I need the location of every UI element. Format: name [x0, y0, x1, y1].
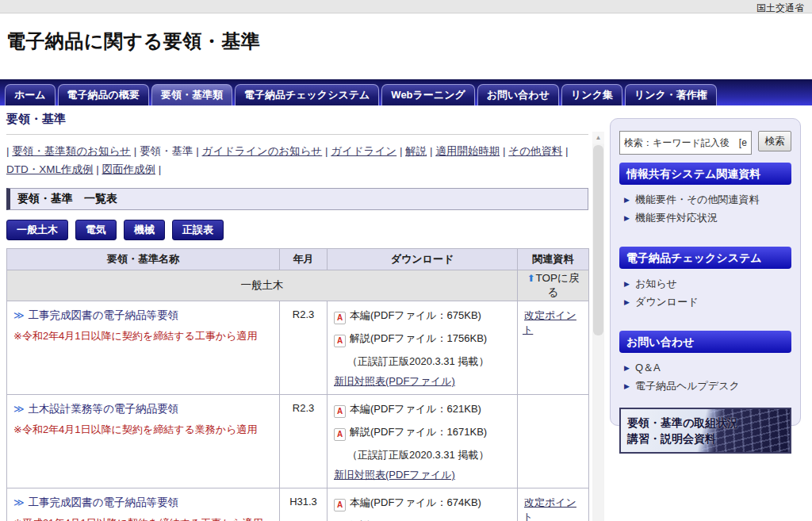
tab-overview[interactable]: 電子納品の概要 [58, 84, 149, 105]
standard-title-link[interactable]: ≫工事完成図書の電子納品等要領 [13, 308, 274, 323]
standard-title-link[interactable]: ≫工事完成図書の電子納品等要領 [13, 496, 274, 510]
sidebar-spacer [619, 312, 791, 323]
quicklink-commentary[interactable]: 解説 [405, 145, 435, 157]
revision-points-link[interactable]: 改定ポイント [523, 496, 576, 521]
quicklink-guideline[interactable]: ガイドライン [331, 145, 405, 157]
download-main-label: 本編(PDFファイル：674KB) [350, 496, 481, 508]
standard-title: 工事完成図書の電子納品等要領 [29, 309, 178, 321]
quicklink-label: 要領・基準類のお知らせ [12, 145, 131, 157]
sidebar-link-functional-requirements[interactable]: ▶機能要件・その他関連資料 [619, 191, 791, 209]
search-button[interactable]: 検索 [758, 131, 791, 151]
main-content: 要領・基準 要領・基準類のお知らせ要領・基準ガイドラインのお知らせガイドライン解… [0, 105, 591, 521]
sidebar-spacer [619, 228, 791, 239]
application-note: ※平成31年4月1日以降に契約を締結する工事から適用 [13, 516, 274, 521]
download-guide-label: 解説(PDFファイル：1756KB) [350, 332, 487, 344]
banner-line1: 要領・基準の取組状況 [627, 415, 738, 431]
filter-buttons: 一般土木 電気 機械 正誤表 [6, 220, 584, 240]
sidebar-link-helpdesk[interactable]: ▶電子納品ヘルプデスク [619, 377, 791, 396]
download-main-label: 本編(PDFファイル：621KB) [350, 403, 481, 415]
quicklink-dtd-xml[interactable]: DTD・XML作成例 [6, 163, 102, 175]
scrollbar-up-arrow[interactable]: ▲ [592, 132, 604, 144]
tab-contact[interactable]: お問い合わせ [477, 84, 559, 105]
tab-home[interactable]: ホーム [5, 84, 56, 105]
standard-title-link[interactable]: ≫土木設計業務等の電子納品要領 [13, 402, 274, 416]
tab-web-learning[interactable]: Webラーニング [381, 84, 474, 105]
col-header-name: 要領・基準名称 [7, 249, 280, 270]
sidebar-link-requirement-status[interactable]: ▶機能要件対応状況 [619, 209, 791, 228]
table-row: ≫工事完成図書の電子納品等要領 ※令和2年4月1日以降に契約を締結する工事から適… [7, 301, 589, 395]
content-scrollbar[interactable]: ▲ [592, 132, 604, 521]
sidebar-link-news[interactable]: ▶お知らせ [619, 275, 791, 293]
tab-links[interactable]: リンク集 [561, 84, 622, 105]
quicklink-start-period[interactable]: 適用開始時期 [435, 145, 508, 157]
quicklink-standards-news[interactable]: 要領・基準類のお知らせ [12, 145, 140, 157]
list-table-title: 要領・基準 一覧表 [6, 188, 588, 210]
group-label: 一般土木 [7, 270, 518, 301]
standards-table: 要領・基準名称 年月 ダウンロード 関連資料 一般土木 ⬆TOPに戻る ≫工事完… [6, 248, 589, 521]
chevron-marker-icon: ≫ [13, 496, 25, 508]
download-main-link[interactable]: A本編(PDFファイル：621KB) [334, 402, 511, 418]
back-to-top-label: TOPに戻る [536, 272, 580, 298]
quicklink-label: DTD・XML作成例 [6, 163, 94, 175]
arrow-right-icon: ▶ [624, 196, 630, 204]
arrow-right-icon: ▶ [624, 280, 630, 288]
search-input[interactable] [619, 131, 752, 155]
tab-check-system[interactable]: 電子納品チェックシステム [235, 84, 379, 105]
sidebar-link-label: ダウンロード [635, 296, 699, 308]
page-title: 電子納品に関する要領・基準 [6, 29, 260, 54]
comparison-table-link[interactable]: 新旧対照表(PDFファイル) [334, 468, 511, 482]
agency-link[interactable]: 国土交通省 [756, 2, 804, 15]
pdf-icon: A [334, 335, 346, 347]
chevron-marker-icon: ≫ [13, 403, 25, 415]
download-main-link[interactable]: A本編(PDFファイル：674KB) [334, 496, 511, 511]
sidebar-section-contact: お問い合わせ [619, 331, 791, 353]
sidebar-section-info-sharing: 情報共有システム関連資料 [619, 163, 791, 185]
pdf-icon: A [334, 428, 346, 441]
arrow-right-icon: ▶ [624, 382, 630, 390]
download-guide-link[interactable]: A解説(PDFファイル：1756KB) [334, 331, 511, 347]
table-row: ≫工事完成図書の電子納品等要領 ※平成31年4月1日以降に契約を締結する工事から… [7, 488, 589, 521]
sidebar-link-label: 機能要件・その他関連資料 [635, 193, 760, 205]
filter-electric-button[interactable]: 電気 [75, 220, 117, 240]
sidebar-link-label: Q＆A [635, 362, 661, 374]
sidebar-link-qa[interactable]: ▶Q＆A [619, 359, 791, 377]
sidebar-link-label: 電子納品ヘルプデスク [635, 380, 740, 392]
filter-errata-button[interactable]: 正誤表 [172, 220, 224, 240]
download-guide-label: 解説(PDFファイル：1671KB) [350, 426, 487, 438]
banner-line2: 講習・説明会資料 [627, 431, 738, 446]
seminar-materials-banner[interactable]: 要領・基準の取組状況 講習・説明会資料 [619, 408, 791, 454]
quicklink-label: 適用開始時期 [435, 145, 500, 157]
sidebar-link-label: 機能要件対応状況 [635, 212, 718, 224]
download-main-label: 本編(PDFファイル：675KB) [350, 309, 481, 321]
section-heading: 要領・基準 [6, 112, 588, 135]
tab-copyright[interactable]: リンク・著作権 [625, 84, 717, 105]
quicklink-other-materials[interactable]: その他資料 [508, 145, 568, 157]
arrow-right-icon: ▶ [624, 298, 630, 306]
date-value: H31.3 [280, 488, 327, 521]
quicklink-guideline-news[interactable]: ガイドラインのお知らせ [202, 145, 331, 157]
application-note: ※令和2年4月1日以降に契約を締結する工事から適用 [13, 329, 274, 343]
quicklink-standards[interactable]: 要領・基準 [140, 145, 202, 157]
table-header-row: 要領・基準名称 年月 ダウンロード 関連資料 [7, 249, 589, 270]
search-row: 検索 [619, 131, 791, 155]
back-to-top-link[interactable]: ⬆TOPに戻る [524, 271, 583, 300]
download-main-link[interactable]: A本編(PDFファイル：675KB) [334, 308, 511, 324]
filter-machinery-button[interactable]: 機械 [124, 220, 165, 240]
pdf-icon: A [334, 405, 346, 418]
tab-list: ホーム 電子納品の概要 要領・基準類 電子納品チェックシステム Webラーニング… [5, 84, 717, 105]
comparison-table-link[interactable]: 新旧対照表(PDFファイル) [334, 374, 511, 389]
pdf-icon: A [334, 499, 346, 511]
pdf-icon: A [334, 312, 346, 324]
standard-title: 工事完成図書の電子納品等要領 [29, 496, 178, 508]
quicklinks-row: 要領・基準類のお知らせ要領・基準ガイドラインのお知らせガイドライン解説適用開始時… [6, 142, 585, 178]
sidebar-link-download[interactable]: ▶ダウンロード [619, 293, 791, 312]
quicklink-drawing-sample[interactable]: 図面作成例 [102, 163, 162, 175]
table-row: ≫土木設計業務等の電子納品要領 ※令和2年4月1日以降に契約を締結する業務から適… [7, 395, 589, 488]
date-value: R2.3 [280, 301, 327, 395]
quicklink-label: 図面作成例 [102, 163, 156, 175]
download-guide-link[interactable]: A解説(PDFファイル：1671KB) [334, 425, 511, 441]
revision-points-link[interactable]: 改定ポイント [523, 309, 576, 335]
tab-standards[interactable]: 要領・基準類 [151, 84, 232, 105]
filter-general-civil-button[interactable]: 一般土木 [6, 220, 68, 240]
scrollbar-thumb[interactable] [593, 145, 603, 335]
